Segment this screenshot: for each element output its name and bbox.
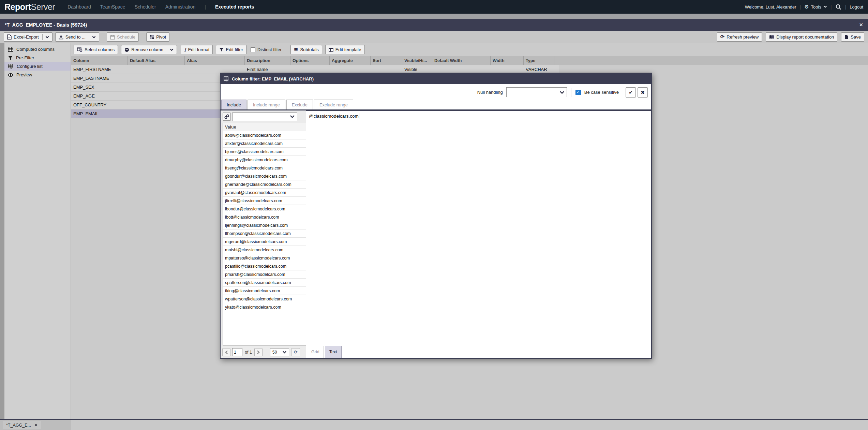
tab-include-range[interactable]: Include range xyxy=(248,100,285,109)
tab-text-view[interactable]: Text xyxy=(325,346,342,358)
report-toolbar: Excel-Export Send to ... Schedule Pivot … xyxy=(0,31,868,43)
book-icon xyxy=(769,35,774,39)
filter-funnel-icon xyxy=(8,56,13,60)
link-values-button[interactable] xyxy=(223,113,231,121)
column-header[interactable]: Aggregate xyxy=(330,56,371,65)
column-header[interactable]: Description xyxy=(245,56,290,65)
value-list-item[interactable]: tking@classicmodelcars.com xyxy=(223,287,306,295)
tab-include[interactable]: Include xyxy=(221,100,246,109)
value-list-item[interactable]: gvanauf@classicmodelcars.com xyxy=(223,189,306,197)
nav-item-administration[interactable]: Administration xyxy=(165,4,196,10)
nav-item-executed-reports[interactable]: Executed reports xyxy=(215,4,254,10)
save-button[interactable]: Save xyxy=(841,32,864,42)
values-search-combobox[interactable] xyxy=(233,112,297,121)
chevron-down-icon[interactable] xyxy=(170,48,174,51)
next-page-button[interactable] xyxy=(254,348,263,356)
tab-exclude-range[interactable]: Exclude range xyxy=(314,100,353,109)
subtotals-label: Subtotals xyxy=(300,47,318,52)
filter-tab-strip: Include Include range Exclude Exclude ra… xyxy=(221,100,651,110)
edit-template-button[interactable]: Edit template xyxy=(325,45,365,54)
value-list-item[interactable]: ftseng@classicmodelcars.com xyxy=(223,164,306,172)
excel-export-button[interactable]: Excel-Export xyxy=(4,32,53,42)
value-list-item[interactable]: wpatterson@classicmodelcars.com xyxy=(223,295,306,303)
sidebar-item-pre-filter[interactable]: Pre-Filter xyxy=(4,54,71,62)
select-columns-label: Select columns xyxy=(85,47,115,52)
nav-item-scheduler[interactable]: Scheduler xyxy=(135,4,156,10)
calendar-icon xyxy=(110,35,115,40)
null-handling-select[interactable] xyxy=(506,87,567,97)
nav-separator: | xyxy=(205,4,206,10)
dialog-header[interactable]: Column filter: EMP_EMAIL (VARCHAR) xyxy=(221,73,651,84)
refresh-preview-button[interactable]: ⟳ Refresh preview xyxy=(717,32,762,42)
edit-filter-button[interactable]: Edit filter xyxy=(216,45,246,54)
select-columns-button[interactable]: Select columns xyxy=(74,45,118,54)
close-report-icon[interactable]: ✕ xyxy=(859,22,863,28)
cancel-filter-button[interactable]: ✖ xyxy=(638,87,648,98)
value-list-item[interactable]: ljennings@classicmodelcars.com xyxy=(223,221,306,229)
value-list-item[interactable]: lbondur@classicmodelcars.com xyxy=(223,205,306,213)
column-header[interactable]: Column xyxy=(71,56,128,65)
close-tab-icon[interactable]: ✕ xyxy=(34,422,38,428)
value-list-item[interactable]: dmurphy@classicmodelcars.com xyxy=(223,156,306,164)
filter-funnel-icon xyxy=(219,48,224,52)
value-list-item[interactable]: mpatterso@classicmodelcars.com xyxy=(223,254,306,262)
split-divider xyxy=(42,34,43,40)
value-list-item[interactable]: lbott@classicmodelcars.com xyxy=(223,213,306,221)
value-list-item[interactable]: jfirrelli@classicmodelcars.com xyxy=(223,197,306,205)
tools-menu[interactable]: ⚙ Tools xyxy=(804,4,827,10)
open-report-tab[interactable]: *T_AGG_E... ✕ xyxy=(3,421,41,429)
value-list-item[interactable]: lthompson@classicmodelcars.com xyxy=(223,229,306,238)
previous-page-button[interactable] xyxy=(222,348,230,356)
column-header[interactable]: Default Width xyxy=(432,56,491,65)
subtotals-button[interactable]: ≡ Subtotals xyxy=(290,45,322,54)
column-header[interactable]: Default Alias xyxy=(128,56,185,65)
send-to-button[interactable]: Send to ... xyxy=(55,32,99,42)
remove-column-button[interactable]: Remove column xyxy=(121,45,177,54)
column-header[interactable]: Options xyxy=(290,56,330,65)
column-header[interactable]: Type xyxy=(524,56,554,65)
column-header[interactable]: Visible/Hi... xyxy=(402,56,432,65)
cell-column-name: EMP_FIRSTNAME xyxy=(71,65,128,74)
display-documentation-button[interactable]: Display report documentation xyxy=(766,32,837,42)
checkbox-unchecked-icon[interactable] xyxy=(251,47,255,52)
nav-item-teamspace[interactable]: TeamSpace xyxy=(100,4,125,10)
value-list-item[interactable]: mnishi@classicmodelcars.com xyxy=(223,246,306,254)
case-sensitive-checkbox[interactable]: ✓ xyxy=(575,90,581,95)
column-header[interactable]: Alias xyxy=(185,56,245,65)
sidebar-item-preview[interactable]: Preview xyxy=(4,71,71,79)
nav-item-dashboard[interactable]: Dashboard xyxy=(68,4,91,10)
logo-bold: Report xyxy=(4,2,31,12)
distinct-filter-checkbox[interactable]: Distinct filter xyxy=(250,47,283,52)
apply-filter-button[interactable]: ✔ xyxy=(626,87,636,98)
column-header[interactable]: Sort xyxy=(371,56,402,65)
column-header[interactable]: Width xyxy=(491,56,524,65)
schedule-button[interactable]: Schedule xyxy=(107,32,139,42)
refresh-values-button[interactable]: ⟳ xyxy=(291,348,300,356)
configure-list-icon xyxy=(8,64,14,69)
search-icon[interactable] xyxy=(835,4,842,10)
value-list-item[interactable]: spatterson@classicmodelcars.com xyxy=(223,279,306,287)
tab-grid-view[interactable]: Grid xyxy=(307,346,324,358)
pivot-button[interactable]: Pivot xyxy=(146,32,169,42)
chevron-down-icon[interactable] xyxy=(92,36,96,39)
value-list-item[interactable]: pmarsh@classicmodelcars.com xyxy=(223,270,306,279)
values-grid-header[interactable]: Value xyxy=(223,123,306,131)
template-icon xyxy=(329,48,333,52)
page-number-input[interactable] xyxy=(232,348,242,356)
value-list-item[interactable]: abow@classicmodelcars.com xyxy=(223,131,306,139)
tab-exclude[interactable]: Exclude xyxy=(286,100,313,109)
value-list-item[interactable]: ykato@classicmodelcars.com xyxy=(223,303,306,311)
chevron-down-icon[interactable] xyxy=(45,36,49,39)
page-size-select[interactable]: 50 xyxy=(270,348,289,356)
value-list-item[interactable]: afixter@classicmodelcars.com xyxy=(223,139,306,148)
logout-link[interactable]: Logout xyxy=(850,4,863,10)
value-list-item[interactable]: gbondur@classicmodelcars.com xyxy=(223,172,306,180)
values-textarea[interactable]: @classicmodelcars.com xyxy=(306,110,651,346)
value-list-item[interactable]: bjones@classicmodelcars.com xyxy=(223,148,306,156)
sidebar-item-computed-columns[interactable]: Computed columns xyxy=(4,45,71,54)
value-list-item[interactable]: ghernande@classicmodelcars.com xyxy=(223,180,306,189)
value-list-item[interactable]: mgerard@classicmodelcars.com xyxy=(223,238,306,246)
edit-format-button[interactable]: I Edit format xyxy=(181,45,213,54)
sidebar-item-configure-list[interactable]: Configure list xyxy=(4,62,71,71)
value-list-item[interactable]: pcastillo@classicmodelcars.com xyxy=(223,262,306,270)
